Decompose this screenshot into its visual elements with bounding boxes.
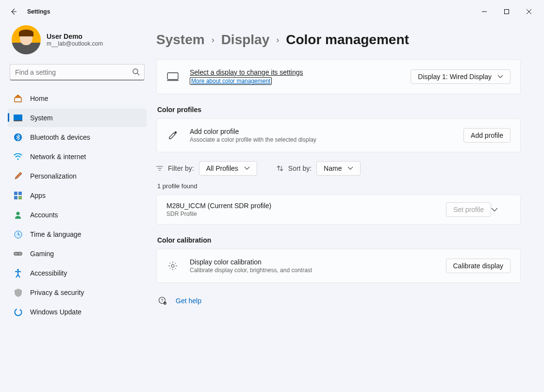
expand-profile-button[interactable] (491, 207, 511, 212)
chevron-down-icon (347, 166, 353, 170)
avatar (12, 25, 41, 54)
svg-rect-16 (14, 252, 22, 256)
user-block[interactable]: User Demo m__lab@outlook.com (8, 23, 147, 64)
chevron-down-icon (491, 207, 498, 212)
display-dropdown-value: Display 1: Wired Display (418, 73, 492, 81)
svg-rect-7 (14, 120, 22, 121)
bluetooth-icon (14, 133, 22, 142)
wifi-icon (14, 152, 22, 161)
arrow-left-icon (10, 8, 17, 16)
sort-value: Name (324, 164, 342, 172)
section-color-profiles: Color profiles (157, 106, 521, 114)
window-controls (473, 4, 540, 19)
filter-label: Filter by: (168, 164, 194, 172)
chevron-right-icon: › (276, 35, 279, 45)
calibrate-button[interactable]: Calibrate display (446, 259, 511, 273)
eyedropper-icon (166, 129, 179, 142)
display-select-title: Select a display to change its settings (190, 68, 400, 76)
nav-apps[interactable]: Apps (8, 186, 147, 205)
close-icon (527, 9, 531, 14)
help-icon: ? (158, 296, 167, 305)
minimize-icon (482, 9, 487, 14)
profile-name: M28U_ICCM (Current SDR profile) (166, 202, 446, 210)
person-icon (14, 211, 22, 219)
nav-label: System (30, 114, 53, 122)
accessibility-icon (14, 269, 22, 278)
home-icon (14, 94, 22, 103)
profiles-found-text: 1 profile found (157, 182, 521, 190)
filter-dropdown[interactable]: All Profiles (199, 161, 257, 176)
user-email: m__lab@outlook.com (47, 40, 103, 47)
nav-bluetooth[interactable]: Bluetooth & devices (8, 128, 147, 147)
nav-label: Privacy & security (30, 289, 84, 296)
nav-personalization[interactable]: Personalization (8, 167, 147, 185)
svg-rect-1 (505, 10, 509, 14)
chevron-down-icon (497, 75, 503, 79)
crumb-display[interactable]: Display (221, 32, 270, 48)
nav-network[interactable]: Network & internet (8, 147, 147, 166)
svg-line-33 (175, 263, 176, 264)
nav-label: Home (30, 95, 48, 102)
display-dropdown[interactable]: Display 1: Wired Display (411, 69, 511, 84)
add-profile-button[interactable]: Add profile (463, 128, 511, 143)
help-row: ? Get help (156, 296, 521, 305)
svg-line-34 (170, 268, 171, 269)
back-button[interactable] (4, 2, 23, 21)
monitor-icon (166, 70, 179, 83)
search-input[interactable] (10, 64, 145, 81)
user-name: User Demo (47, 33, 103, 40)
svg-rect-11 (18, 192, 22, 195)
svg-line-5 (137, 73, 139, 75)
nav-time[interactable]: Time & language (8, 225, 147, 244)
nav-label: Personalization (30, 172, 77, 180)
more-about-link[interactable]: More about color management (190, 77, 272, 85)
set-profile-button[interactable]: Set profile (446, 202, 491, 217)
add-profile-title: Add color profile (190, 128, 453, 135)
svg-point-18 (19, 253, 20, 254)
svg-point-17 (16, 253, 16, 254)
nav-gaming[interactable]: Gaming (8, 245, 147, 263)
display-select-card: Select a display to change its settings … (156, 59, 521, 94)
nav-home[interactable]: Home (8, 89, 147, 108)
add-profile-card: Add color profile Associate a color prof… (156, 118, 521, 152)
sort-icon (277, 165, 283, 172)
breadcrumb: System › Display › Color management (156, 23, 521, 59)
calibration-card: Display color calibration Calibrate disp… (156, 249, 521, 283)
system-icon (14, 114, 22, 122)
titlebar: Settings (0, 0, 544, 23)
nav-system[interactable]: System (8, 109, 147, 127)
svg-point-9 (17, 159, 19, 160)
app-title: Settings (27, 8, 50, 15)
minimize-button[interactable] (473, 4, 495, 19)
calibration-title: Display color calibration (190, 258, 435, 266)
sort-dropdown[interactable]: Name (316, 161, 361, 176)
sidebar: User Demo m__lab@outlook.com Home System… (0, 23, 150, 392)
nav-update[interactable]: Windows Update (8, 303, 147, 321)
search-box (10, 64, 145, 81)
nav-label: Bluetooth & devices (30, 133, 90, 141)
calibration-sub: Calibrate display color, brightness, and… (190, 267, 435, 274)
profile-type: SDR Profile (166, 211, 446, 217)
nav-accessibility[interactable]: Accessibility (8, 264, 147, 282)
nav-label: Gaming (30, 250, 54, 258)
svg-point-19 (17, 269, 19, 271)
calibration-icon (166, 260, 179, 272)
apps-icon (14, 191, 22, 200)
brush-icon (14, 172, 22, 180)
nav-label: Windows Update (30, 308, 82, 316)
filter-icon (156, 165, 163, 171)
nav-privacy[interactable]: Privacy & security (8, 283, 147, 302)
svg-point-26 (171, 264, 174, 267)
search-icon (132, 68, 140, 76)
update-icon (14, 308, 22, 316)
nav-label: Accounts (30, 211, 58, 219)
nav-list: Home System Bluetooth & devices Network … (8, 89, 147, 321)
svg-point-14 (16, 212, 20, 215)
filter-value: All Profiles (206, 164, 238, 172)
crumb-system[interactable]: System (156, 32, 205, 48)
close-button[interactable] (518, 4, 540, 19)
maximize-button[interactable] (495, 4, 518, 19)
nav-label: Accessibility (30, 269, 67, 277)
get-help-link[interactable]: Get help (176, 297, 201, 305)
nav-accounts[interactable]: Accounts (8, 206, 147, 224)
